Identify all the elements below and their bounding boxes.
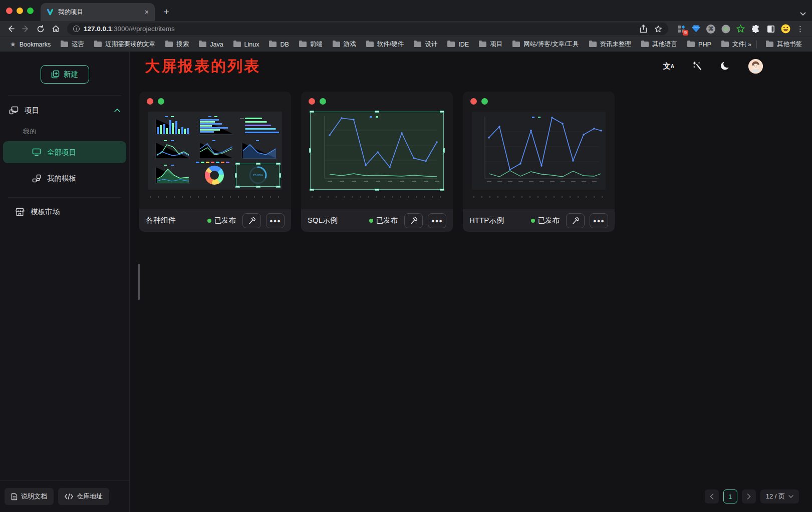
sidebar-item-template-market[interactable]: 模板市场 — [0, 201, 129, 223]
line-chart-preview — [472, 112, 606, 189]
bookmark-folder[interactable]: 其他语言 — [637, 39, 681, 50]
new-tab-button[interactable]: + — [159, 5, 174, 20]
bookmarks-overflow-icon[interactable]: » — [748, 41, 751, 48]
bookmark-folder[interactable]: Linux — [229, 40, 263, 50]
bookmarks-manager[interactable]: ★ Bookmarks — [6, 39, 55, 50]
bookmark-folder[interactable]: 游戏 — [329, 39, 360, 50]
url-text[interactable]: 127.0.0.1:3000/#/project/items — [84, 25, 175, 33]
magic-wand-icon[interactable] — [692, 61, 702, 71]
publish-status: 已发布 — [531, 216, 560, 225]
other-bookmarks[interactable]: 其他书签 — [762, 39, 806, 50]
folder-icon — [479, 42, 486, 47]
mini-area-chart — [237, 140, 279, 162]
bookmark-folder[interactable]: 项目 — [475, 39, 506, 50]
project-card[interactable]: SQL示例 已发布 ●●● — [301, 92, 453, 232]
folder-icon — [299, 42, 307, 47]
project-thumbnail — [472, 112, 606, 190]
dark-mode-moon-icon[interactable] — [720, 61, 730, 71]
bookmark-folder[interactable]: 软件/硬件 — [362, 39, 408, 50]
docs-button[interactable]: 说明文档 — [5, 488, 54, 505]
more-actions-button[interactable]: ●●● — [590, 213, 608, 228]
tab-close-icon[interactable]: × — [145, 8, 149, 16]
window-zoom-button[interactable] — [27, 8, 34, 14]
bookmark-folder[interactable]: Java — [195, 40, 227, 50]
bookmark-folder[interactable]: 搜索 — [161, 39, 193, 50]
mini-hbar-chart — [193, 115, 235, 137]
home-icon[interactable] — [49, 23, 62, 36]
next-page-button[interactable] — [742, 489, 756, 503]
prev-page-button[interactable] — [705, 489, 719, 503]
repository-button[interactable]: 仓库地址 — [58, 488, 109, 505]
extension-grid-icon[interactable]: 9 — [676, 24, 686, 34]
document-icon — [11, 493, 18, 500]
share-icon[interactable] — [640, 25, 647, 33]
bookmark-folder[interactable]: DB — [265, 40, 293, 50]
bookmark-folder[interactable]: 资讯未整理 — [585, 39, 636, 50]
url-bar[interactable]: i 127.0.0.1:3000/#/project/items — [67, 23, 668, 35]
hammer-icon — [572, 217, 580, 225]
more-actions-button[interactable]: ●●● — [428, 213, 446, 228]
edit-project-button[interactable] — [242, 213, 261, 228]
projects-icon — [9, 106, 19, 115]
extension-puzzle-icon[interactable] — [751, 24, 760, 34]
bookmark-folder[interactable]: IDE — [443, 40, 473, 50]
forward-icon[interactable] — [19, 23, 32, 36]
folder-icon — [94, 42, 102, 47]
window-minimize-button[interactable] — [17, 8, 23, 14]
folder-icon — [366, 42, 374, 47]
extension-sidepanel-icon[interactable] — [766, 24, 775, 34]
bookmark-folder[interactable]: 网站/博客/文章/工具 — [508, 39, 583, 50]
chevron-up-icon[interactable] — [114, 109, 120, 112]
browser-menu-icon[interactable]: ⋮ — [795, 25, 808, 34]
extension-star-icon[interactable] — [736, 24, 745, 34]
user-avatar[interactable] — [748, 59, 763, 74]
language-toggle-icon[interactable]: 文A — [663, 62, 674, 71]
bookmarks-divider — [756, 41, 757, 49]
current-page-button[interactable]: 1 — [723, 489, 737, 503]
folder-icon — [414, 42, 421, 47]
bookmark-folder[interactable]: 文件服务器 — [717, 39, 746, 50]
scrollbar-thumb[interactable] — [138, 264, 140, 300]
bookmark-star-icon[interactable] — [654, 25, 662, 33]
reload-icon[interactable] — [34, 23, 47, 36]
page-size-select[interactable]: 12 / 页 — [760, 489, 799, 503]
bookmark-folder[interactable]: 设计 — [410, 39, 441, 50]
extension-gem-icon[interactable] — [691, 24, 701, 34]
sidebar-group-projects[interactable]: 项目 — [0, 96, 129, 120]
bookmarks-left: ★ Bookmarks 运营 近期需要读的文章 搜索 Java Linux DB… — [6, 39, 746, 50]
site-info-icon[interactable]: i — [73, 26, 80, 32]
mini-bar-chart — [152, 115, 192, 137]
hammer-icon — [248, 217, 256, 225]
sidebar-item-all-projects[interactable]: 全部项目 — [3, 141, 126, 163]
edit-project-button[interactable] — [404, 213, 423, 228]
publish-status: 已发布 — [369, 216, 398, 225]
window-close-button[interactable] — [6, 8, 13, 14]
new-project-icon — [51, 70, 60, 79]
mini-line-chart-2 — [193, 140, 235, 162]
extension-command-icon[interactable]: ⌘ — [706, 25, 715, 34]
status-dot-icon — [531, 219, 535, 223]
create-project-button[interactable]: 新建 — [41, 65, 89, 84]
bookmark-folder[interactable]: 前端 — [295, 39, 327, 50]
main-content: 大屏报表的列表 文A — [130, 52, 812, 512]
favicon — [47, 9, 54, 16]
extension-emoji-icon[interactable] — [781, 24, 790, 34]
mini-donut-chart — [205, 166, 224, 185]
project-card[interactable]: 25.00% 各种组件 已发布 ● — [139, 92, 291, 232]
more-actions-button[interactable]: ●●● — [266, 213, 285, 228]
bookmark-folder[interactable]: 运营 — [57, 39, 88, 50]
back-icon[interactable] — [4, 23, 17, 36]
tab-search-chevron-icon[interactable] — [800, 12, 806, 16]
project-card[interactable]: HTTP示例 已发布 ●●● — [463, 92, 615, 232]
bookmark-folder[interactable]: 近期需要读的文章 — [90, 39, 159, 50]
sidebar-item-my-templates[interactable]: 我的模板 — [3, 167, 126, 189]
folder-icon — [199, 42, 206, 47]
extension-record-icon[interactable] — [721, 24, 730, 34]
extension-badge: 9 — [683, 30, 688, 36]
mini-hbar-chart-2 — [237, 115, 279, 137]
edit-project-button[interactable] — [566, 213, 585, 228]
card-dotted-divider — [308, 196, 446, 198]
browser-tab[interactable]: 我的项目 × — [41, 3, 155, 21]
bookmark-folder[interactable]: PHP — [683, 40, 715, 50]
pagination: 1 12 / 页 — [705, 489, 799, 503]
